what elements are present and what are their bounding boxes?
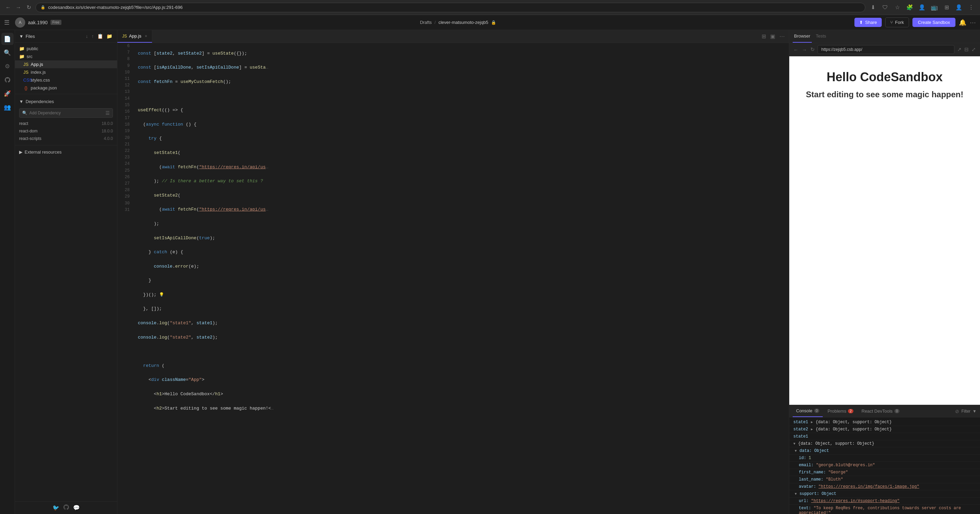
- privacy-icon: 🔒: [491, 20, 496, 25]
- file-json-label: package.json: [31, 85, 57, 91]
- sidebar-icon-bar: 📄 🔍 ⚙ 🚀 👥: [0, 30, 15, 514]
- file-package-json[interactable]: {} package.json: [15, 84, 117, 92]
- new-folder-icon[interactable]: 📁: [106, 33, 113, 40]
- more-options-header-icon[interactable]: ⋯: [970, 19, 976, 26]
- dependencies-section: ▼ Dependencies 🔍 ☰ react 18.0.0 react-do…: [15, 94, 117, 145]
- file-styles-css[interactable]: CSS styles.css: [15, 76, 117, 84]
- preview-content: Hello CodeSandbox Start editing to see s…: [806, 70, 963, 99]
- profile-icon[interactable]: 👤: [917, 3, 927, 12]
- external-resources-section: ▶ External resources: [15, 145, 117, 159]
- browser-tab[interactable]: Browser: [793, 30, 812, 43]
- console-lname-key: last_name: "Bluth": [799, 477, 843, 482]
- filter-clear-icon[interactable]: ⊘: [955, 409, 959, 414]
- split-editor-icon[interactable]: ⊞: [760, 32, 767, 41]
- resize-icon[interactable]: ⤢: [971, 46, 977, 53]
- drafts-label[interactable]: Drafts: [420, 20, 432, 25]
- file-css-label: styles.css: [31, 78, 50, 83]
- browser-back-icon[interactable]: ←: [793, 46, 799, 53]
- console-tab[interactable]: Console 0: [793, 405, 823, 417]
- browser-preview-content: Hello CodeSandbox Start editing to see s…: [789, 56, 980, 405]
- folder-src[interactable]: 📁 src: [15, 53, 117, 60]
- files-title[interactable]: ▼ Files: [19, 34, 35, 39]
- expand-state1-icon[interactable]: ▼: [793, 442, 795, 446]
- share-icon: ⬆: [859, 20, 863, 25]
- ext-title-label: External resources: [25, 150, 61, 154]
- browser-forward-icon[interactable]: →: [801, 46, 808, 53]
- fork-button[interactable]: ⑂ Fork: [885, 18, 909, 27]
- twitter-social-icon[interactable]: 🐦: [52, 504, 59, 511]
- browser-url-bar[interactable]: https://zejqb5.csb.app/: [818, 45, 955, 54]
- filter-dropdown-icon[interactable]: ▼: [972, 409, 977, 414]
- back-button[interactable]: ←: [4, 3, 12, 12]
- dep-react-dom[interactable]: react-dom 18.0.0: [15, 127, 117, 135]
- console-state1-arrow[interactable]: ►: [811, 420, 813, 424]
- notification-bell-icon[interactable]: 🔔: [959, 19, 966, 26]
- github-social-icon[interactable]: [64, 504, 69, 511]
- split-view-icon[interactable]: ⊟: [964, 46, 969, 53]
- ext-chevron-icon: ▶: [19, 150, 22, 154]
- file-indexjs-icon: JS: [23, 70, 29, 75]
- browser-refresh-icon[interactable]: ↻: [810, 46, 816, 53]
- sort-up-icon[interactable]: ↑: [91, 33, 94, 40]
- address-bar[interactable]: 🔒 codesandbox.io/s/clever-matsumoto-zejq…: [35, 3, 865, 12]
- dependencies-header[interactable]: ▼ Dependencies: [15, 97, 117, 106]
- extensions-icon[interactable]: 🧩: [905, 3, 915, 12]
- sort-down-icon[interactable]: ↓: [85, 33, 89, 40]
- user-info: A aak.1990 Free: [15, 18, 61, 28]
- url-text: codesandbox.io/s/clever-matsumoto-zejqb5…: [48, 5, 183, 10]
- code-editor[interactable]: 6 7 8 9 10 11 12 13 14 15 16 17 18 19 20…: [118, 43, 789, 514]
- console-first-name: first_name: "George": [789, 469, 980, 476]
- file-app-js[interactable]: JS App.js: [15, 60, 117, 68]
- tests-tab[interactable]: Tests: [815, 30, 827, 43]
- browser-panel-header: Browser Tests: [789, 30, 980, 43]
- expand-support-icon[interactable]: ▼: [795, 492, 797, 496]
- sidebar-files-icon[interactable]: 📄: [2, 33, 14, 45]
- discord-social-icon[interactable]: 💬: [73, 504, 80, 511]
- expand-data-icon[interactable]: ▼: [795, 449, 797, 453]
- avatar-chrome[interactable]: 👤: [954, 3, 964, 12]
- user-avatar[interactable]: A: [15, 18, 25, 28]
- console-id: id: 1: [789, 455, 980, 462]
- dep-search-input[interactable]: [29, 111, 103, 115]
- layout-icon[interactable]: ▣: [769, 32, 776, 41]
- sidebar-deploy-icon[interactable]: 🚀: [2, 88, 14, 100]
- console-state2-arrow[interactable]: ►: [811, 428, 813, 431]
- sidebar-settings-icon[interactable]: ⚙: [2, 60, 14, 72]
- more-tab-options-icon[interactable]: ⋯: [778, 32, 786, 41]
- open-external-icon[interactable]: ↗: [956, 46, 962, 53]
- console-email: email: "george.bluth@reqres.in": [789, 462, 980, 469]
- refresh-button[interactable]: ↻: [25, 3, 33, 12]
- copy-icon[interactable]: 📋: [97, 33, 104, 40]
- file-panel-header: ▼ Files ↓ ↑ 📋 📁: [15, 30, 117, 43]
- hamburger-menu-icon[interactable]: ☰: [4, 19, 10, 26]
- star-icon[interactable]: ☆: [892, 3, 902, 12]
- console-state1-value: {data: Object, support: Object}: [816, 420, 892, 425]
- more-options-icon[interactable]: ⋮: [966, 3, 976, 12]
- tab-close-icon[interactable]: ×: [145, 34, 147, 38]
- sidebar-toggle-icon[interactable]: ⊞: [942, 3, 951, 12]
- react-devtools-label: React DevTools: [862, 409, 892, 414]
- folder-public[interactable]: 📁 public: [15, 45, 117, 53]
- external-resources-header[interactable]: ▶ External resources: [15, 148, 117, 157]
- dep-react[interactable]: react 18.0.0: [15, 120, 117, 127]
- tab-app-js[interactable]: JS App.js ×: [118, 30, 152, 43]
- sidebar-github-icon[interactable]: [2, 74, 14, 86]
- react-devtools-tab[interactable]: React DevTools 0: [858, 405, 903, 417]
- create-sandbox-button[interactable]: Create Sandbox: [912, 18, 955, 27]
- shield-icon[interactable]: 🛡: [880, 3, 890, 12]
- forward-button[interactable]: →: [14, 3, 22, 12]
- problems-badge: 2: [848, 409, 853, 413]
- file-panel: ▼ Files ↓ ↑ 📋 📁 📁 public 📁 src: [15, 30, 118, 514]
- cast-icon[interactable]: 📺: [929, 3, 939, 12]
- sidebar-team-icon[interactable]: 👥: [2, 101, 14, 113]
- dep-list-icon[interactable]: ☰: [105, 110, 110, 116]
- download-icon[interactable]: ⬇: [868, 3, 878, 12]
- file-index-js[interactable]: JS index.js: [15, 68, 117, 76]
- share-button[interactable]: ⬆ Share: [854, 18, 882, 27]
- folder-public-label: public: [27, 46, 38, 51]
- sidebar-search-icon[interactable]: 🔍: [2, 46, 14, 59]
- problems-tab[interactable]: Problems 2: [824, 405, 856, 417]
- browser-panel-actions: ↗ ⊟ ⤢: [956, 46, 977, 53]
- dep-react-scripts[interactable]: react-scripts 4.0.0: [15, 135, 117, 142]
- console-last-name: last_name: "Bluth": [789, 476, 980, 483]
